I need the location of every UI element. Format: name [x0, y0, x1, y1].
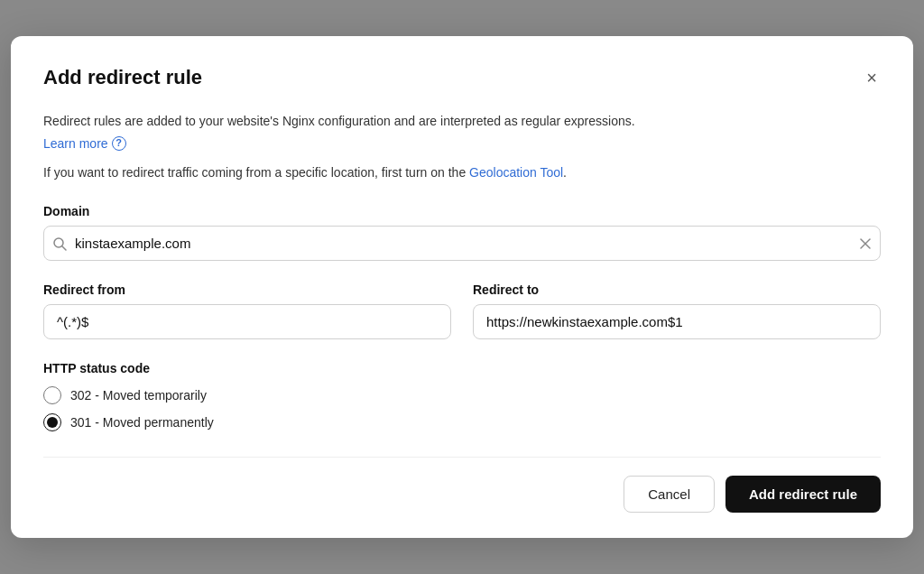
domain-label: Domain	[43, 204, 881, 218]
http-status-label: HTTP status code	[43, 361, 881, 375]
clear-domain-icon[interactable]	[859, 237, 872, 250]
redirect-to-col: Redirect to	[473, 282, 881, 339]
domain-input[interactable]	[43, 226, 881, 261]
search-icon	[52, 236, 67, 251]
radio-item-302[interactable]: 302 - Moved temporarily	[43, 386, 881, 404]
cancel-button[interactable]: Cancel	[624, 476, 715, 513]
redirect-from-col: Redirect from	[43, 282, 451, 339]
modal-header: Add redirect rule ×	[43, 65, 881, 90]
modal-title: Add redirect rule	[43, 66, 202, 89]
help-circle-icon: ?	[112, 136, 126, 151]
domain-field-wrapper	[43, 226, 881, 261]
svg-line-1	[62, 246, 66, 250]
radio-301[interactable]	[43, 413, 61, 431]
modal-dialog: Add redirect rule × Redirect rules are a…	[11, 36, 913, 538]
radio-302-label: 302 - Moved temporarily	[70, 388, 207, 403]
redirect-to-input[interactable]	[473, 304, 881, 339]
geolocation-tool-link[interactable]: Geolocation Tool	[469, 165, 563, 180]
learn-more-link[interactable]: Learn more ?	[43, 136, 126, 151]
submit-button[interactable]: Add redirect rule	[725, 476, 881, 513]
redirect-to-label: Redirect to	[473, 282, 881, 297]
modal-footer: Cancel Add redirect rule	[43, 457, 881, 513]
close-icon: ×	[866, 69, 877, 87]
redirect-from-input[interactable]	[43, 304, 451, 339]
description-text: Redirect rules are added to your website…	[43, 112, 881, 132]
radio-302[interactable]	[43, 386, 61, 404]
close-button[interactable]: ×	[863, 65, 881, 90]
modal-overlay: Add redirect rule × Redirect rules are a…	[0, 0, 924, 574]
radio-item-301[interactable]: 301 - Moved permanently	[43, 413, 881, 431]
traffic-note: If you want to redirect traffic coming f…	[43, 163, 881, 183]
redirect-row: Redirect from Redirect to	[43, 282, 881, 339]
redirect-from-label: Redirect from	[43, 282, 451, 297]
http-status-section: HTTP status code 302 - Moved temporarily…	[43, 361, 881, 431]
radio-group: 302 - Moved temporarily 301 - Moved perm…	[43, 386, 881, 431]
radio-301-label: 301 - Moved permanently	[70, 415, 214, 430]
